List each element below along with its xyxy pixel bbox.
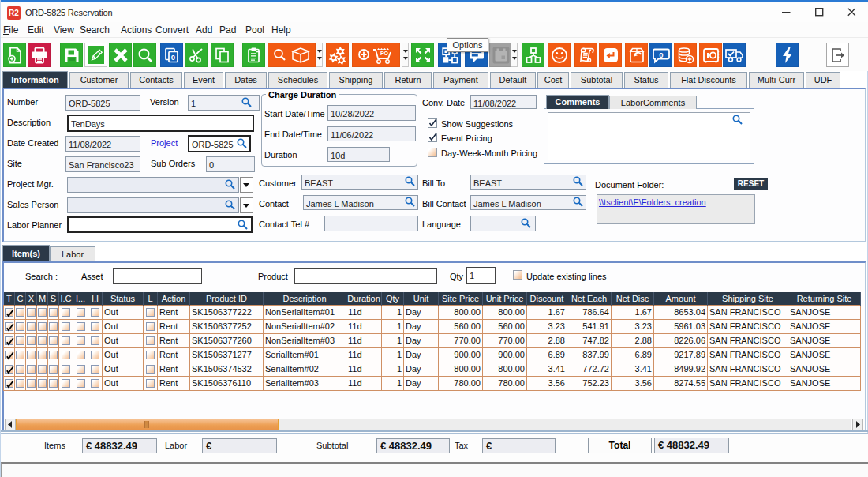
svg-text:PO: PO bbox=[380, 51, 388, 56]
svg-text:0: 0 bbox=[659, 50, 663, 58]
svg-text:0: 0 bbox=[170, 52, 174, 61]
